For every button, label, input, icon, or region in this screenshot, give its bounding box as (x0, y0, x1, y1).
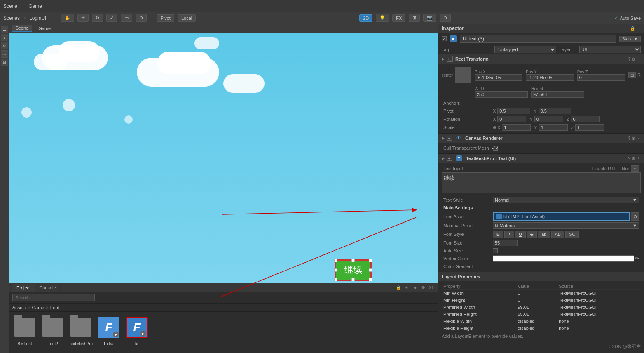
handle-tr[interactable] (369, 259, 372, 262)
height-input[interactable] (531, 91, 584, 98)
style-strikethrough[interactable]: S (527, 231, 537, 238)
canvas-renderer-header[interactable]: ▶ 👁 Canvas Renderer ? ⚙ ⋮ (438, 134, 644, 143)
transform-tool-btn[interactable]: ⊕ (136, 14, 147, 22)
auto-size-checkbox[interactable] (493, 248, 498, 253)
handle-left[interactable] (334, 268, 337, 272)
tool-rotate[interactable]: ↺ (1, 42, 8, 49)
style-italic[interactable]: I (504, 231, 514, 238)
obj-enabled-checkbox[interactable] (442, 36, 447, 41)
font-asset-picker-btn[interactable]: ⊙ (631, 212, 639, 221)
tmp-enabled-checkbox[interactable] (447, 156, 452, 161)
style-smallcaps[interactable]: SC (565, 231, 579, 238)
tool-rect[interactable]: ▭ (1, 50, 8, 58)
pos-y-input[interactable] (526, 74, 574, 81)
rect-settings-icon[interactable]: ⚙ (632, 57, 635, 61)
pivot-btn[interactable]: Pivot (157, 14, 174, 22)
style-lowercase[interactable]: ab (538, 231, 550, 238)
favorite-icon[interactable]: ★ (412, 285, 418, 291)
lock-icon[interactable]: 🔒 (395, 285, 402, 291)
textmeshpro-header[interactable]: ▶ T TextMeshPro - Text (UI) ? ⚙ ⋮ (438, 154, 644, 163)
style-underline[interactable]: U (515, 231, 526, 238)
scale-y-input[interactable] (539, 124, 568, 131)
local-btn[interactable]: Local (178, 14, 196, 22)
layout-props-header[interactable]: Layout Properties (438, 272, 644, 281)
width-input[interactable] (475, 91, 528, 98)
tmp-help-icon[interactable]: ? (628, 156, 630, 161)
obj-name-input[interactable] (460, 35, 616, 43)
hand-tool-btn[interactable]: ✋ (61, 14, 74, 22)
inspector-icon-lock[interactable]: 🔒 (630, 26, 635, 31)
style-bold[interactable]: B (493, 231, 503, 238)
tmp-more-icon[interactable]: ⋮ (637, 156, 641, 161)
material-preset-dropdown[interactable]: kt Material ▼ (493, 222, 639, 229)
breadcrumb-loginui[interactable]: LoginUI (29, 15, 46, 21)
cull-checkbox[interactable]: ✓ (493, 146, 498, 151)
tool-snap[interactable]: ⊡ (1, 59, 8, 66)
rect-more-icon[interactable]: ⋮ (637, 57, 641, 61)
gizmo-btn[interactable]: ⊙ (440, 14, 451, 22)
canvas-more-icon[interactable]: ⋮ (637, 136, 641, 141)
menu-scene[interactable]: Scene (3, 3, 17, 9)
canvas-enabled-checkbox[interactable] (447, 136, 452, 141)
breadcrumb-scenes[interactable]: Scenes (3, 15, 20, 21)
rot-x-input[interactable] (497, 116, 526, 122)
tmp-settings-icon[interactable]: ⚙ (632, 156, 635, 161)
menu-game[interactable]: Game (28, 3, 42, 9)
tab-project[interactable]: Project (12, 284, 35, 292)
style-uppercase[interactable]: AB (551, 231, 565, 238)
pos-z-input[interactable] (577, 74, 625, 81)
bc-font[interactable]: Font (50, 305, 59, 310)
tool-move[interactable]: ↕ (1, 34, 8, 41)
rect-tool-btn[interactable]: ▭ (121, 14, 132, 22)
rtl-toggle[interactable]: ○ (631, 165, 639, 172)
handle-right[interactable] (369, 268, 372, 272)
grid-btn[interactable]: ⊞ (409, 14, 420, 22)
tab-game[interactable]: Game (35, 25, 54, 32)
fx-btn[interactable]: FX (392, 14, 405, 22)
static-badge[interactable]: Static ▼ (619, 36, 641, 42)
asset-bmfont[interactable]: BMFont (12, 315, 37, 346)
pos-x-input[interactable] (475, 74, 522, 81)
move-tool-btn[interactable]: ✛ (77, 14, 89, 22)
auto-save-toggle[interactable]: ✓ Auto Save (614, 15, 641, 21)
tool-hand[interactable]: ☰ (1, 26, 8, 33)
font-size-input[interactable] (493, 240, 518, 246)
layer-select[interactable]: UI (579, 46, 641, 53)
scene-btn-continue[interactable]: 继续 (335, 259, 372, 281)
rot-z-input[interactable] (571, 116, 600, 122)
asset-textmeshpro[interactable]: TextMeshPro (68, 315, 93, 346)
vertex-color-bar[interactable] (493, 255, 634, 262)
tab-scene[interactable]: Scene (12, 25, 32, 32)
mode-2d-btn[interactable]: 2D (359, 14, 372, 22)
rect-transform-header[interactable]: ▶ ⊞ Rect Transform ? ⚙ ⋮ (438, 54, 644, 64)
rect-help-icon[interactable]: ? (628, 57, 630, 61)
pivot-x-input[interactable] (497, 108, 530, 114)
pivot-y-input[interactable] (539, 108, 571, 114)
assets-search-input[interactable] (12, 294, 95, 301)
anchor-preset-box[interactable] (455, 67, 471, 83)
tag-select[interactable]: Untagged (494, 46, 556, 53)
handle-bottom[interactable] (351, 278, 355, 281)
add-icon[interactable]: + (403, 285, 410, 291)
font-asset-input[interactable]: T kt (TMP_Font Asset) (493, 212, 630, 221)
text-content-textarea[interactable]: 继续 (442, 172, 641, 193)
inspector-icon-more[interactable]: ⋮ (637, 26, 641, 31)
scale-z-input[interactable] (575, 124, 604, 131)
canvas-help-icon[interactable]: ? (628, 136, 630, 141)
text-style-dropdown[interactable]: Normal ▼ (493, 197, 639, 203)
asset-font2[interactable]: Font2 (40, 315, 65, 346)
handle-br[interactable] (369, 278, 372, 281)
handle-top[interactable] (351, 259, 355, 262)
handle-bl[interactable] (334, 278, 337, 281)
bc-assets[interactable]: Assets (12, 305, 26, 310)
scale-tool-btn[interactable]: ⤢ (106, 14, 117, 22)
rot-y-input[interactable] (534, 116, 563, 122)
bc-game[interactable]: Game (32, 305, 44, 310)
scale-x-input[interactable] (502, 124, 531, 131)
asset-extra[interactable]: F ▶ Extra (96, 315, 121, 346)
rotate-tool-btn[interactable]: ↻ (92, 14, 103, 22)
eye-icon[interactable]: 👁 (420, 285, 426, 291)
canvas-settings-icon[interactable]: ⚙ (632, 136, 635, 141)
handle-tl[interactable] (334, 259, 337, 262)
asset-kt[interactable]: F ▶ kt (124, 315, 149, 346)
